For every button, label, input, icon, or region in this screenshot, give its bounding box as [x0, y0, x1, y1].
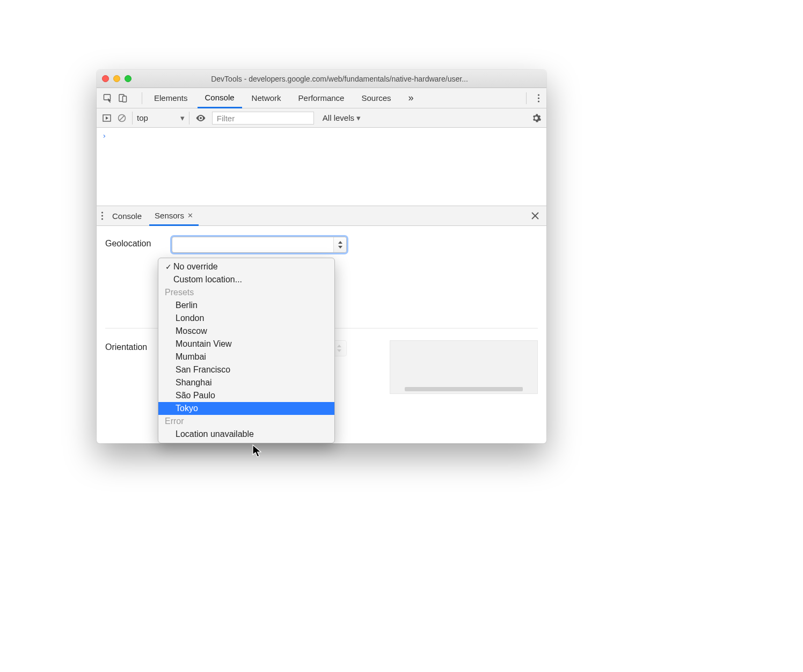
orientation-preview [390, 340, 538, 394]
dropdown-item-london[interactable]: London [158, 312, 334, 325]
console-settings-icon[interactable] [531, 113, 541, 123]
window-title: DevTools - developers.google.com/web/fun… [138, 75, 541, 83]
check-icon: ✓ [164, 262, 173, 271]
live-expression-icon[interactable] [195, 114, 207, 122]
svg-point-4 [538, 97, 539, 99]
panel-tabs: Elements Console Network Performance Sou… [147, 88, 421, 108]
main-toolbar: Elements Console Network Performance Sou… [97, 88, 546, 108]
tab-sources[interactable]: Sources [354, 88, 398, 108]
geolocation-dropdown: ✓ No override Custom location... Presets… [158, 258, 335, 443]
geolocation-select[interactable] [172, 237, 347, 253]
svg-point-10 [101, 211, 103, 213]
drawer-toolbar: Console Sensors ✕ [97, 206, 546, 226]
close-drawer-icon[interactable] [531, 212, 542, 220]
dropdown-item-label: Custom location... [173, 275, 242, 284]
dropdown-item-label: No override [173, 262, 218, 272]
traffic-lights [102, 75, 132, 82]
kebab-menu-icon[interactable] [537, 93, 540, 103]
clear-console-icon[interactable] [117, 113, 127, 123]
dropdown-caret-icon: ▾ [356, 113, 361, 123]
dropdown-item-berlin[interactable]: Berlin [158, 299, 334, 312]
cursor-icon [252, 444, 263, 461]
log-levels-label: All levels [323, 113, 354, 122]
drawer-kebab-icon[interactable] [101, 211, 104, 221]
dropdown-caret-icon: ▾ [180, 113, 185, 123]
svg-point-11 [101, 215, 103, 216]
console-prompt: › [102, 132, 106, 140]
dropdown-item-location-unavailable[interactable]: Location unavailable [158, 428, 334, 441]
drawer-tabs: Console Sensors ✕ [107, 206, 199, 225]
drawer-tab-sensors-label: Sensors [155, 211, 184, 220]
tab-network[interactable]: Network [244, 88, 289, 108]
orientation-preview-device [405, 387, 523, 391]
dropdown-group-presets: Presets [158, 286, 334, 299]
svg-point-3 [538, 94, 539, 96]
dropdown-item-moscow[interactable]: Moscow [158, 325, 334, 338]
dropdown-item-mountain-view[interactable]: Mountain View [158, 338, 334, 350]
context-selector-value: top [137, 113, 148, 122]
tab-performance[interactable]: Performance [291, 88, 352, 108]
svg-rect-0 [104, 94, 111, 100]
close-window-button[interactable] [102, 75, 109, 82]
maximize-window-button[interactable] [125, 75, 132, 82]
dropdown-item-mumbai[interactable]: Mumbai [158, 350, 334, 363]
filter-input[interactable]: Filter [212, 112, 314, 125]
tab-console[interactable]: Console [198, 88, 242, 108]
divider [142, 92, 142, 104]
orientation-label: Orientation [105, 340, 164, 352]
svg-point-9 [200, 117, 202, 119]
context-selector[interactable]: top ▾ [132, 112, 189, 125]
svg-point-5 [538, 100, 539, 102]
dropdown-item-tokyo[interactable]: Tokyo [158, 402, 334, 415]
svg-point-12 [101, 218, 103, 220]
drawer-tab-console[interactable]: Console [107, 206, 147, 225]
dropdown-item-custom-location[interactable]: Custom location... [158, 273, 334, 286]
close-tab-icon[interactable]: ✕ [187, 211, 193, 220]
console-output[interactable]: › [97, 128, 546, 206]
drawer-tab-sensors[interactable]: Sensors ✕ [149, 206, 199, 226]
svg-line-8 [119, 115, 124, 120]
console-toolbar: top ▾ Filter All levels ▾ [97, 108, 546, 128]
window-titlebar: DevTools - developers.google.com/web/fun… [97, 70, 546, 88]
divider [526, 92, 527, 104]
svg-rect-2 [123, 96, 127, 102]
execute-icon[interactable] [102, 113, 112, 123]
dropdown-group-error: Error [158, 415, 334, 428]
dropdown-item-shanghai[interactable]: Shanghai [158, 376, 334, 389]
dropdown-item-no-override[interactable]: ✓ No override [158, 260, 334, 273]
device-toolbar-icon[interactable] [118, 93, 128, 103]
dropdown-item-san-francisco[interactable]: San Francisco [158, 363, 334, 376]
tabs-overflow-button[interactable]: » [401, 88, 421, 108]
geolocation-label: Geolocation [105, 237, 164, 249]
geolocation-row: Geolocation [105, 237, 538, 253]
tab-elements[interactable]: Elements [147, 88, 195, 108]
log-levels-selector[interactable]: All levels ▾ [323, 113, 361, 123]
dropdown-item-sao-paulo[interactable]: São Paulo [158, 389, 334, 402]
minimize-window-button[interactable] [113, 75, 120, 82]
inspect-element-icon[interactable] [103, 93, 113, 103]
select-arrows-icon [333, 237, 346, 252]
